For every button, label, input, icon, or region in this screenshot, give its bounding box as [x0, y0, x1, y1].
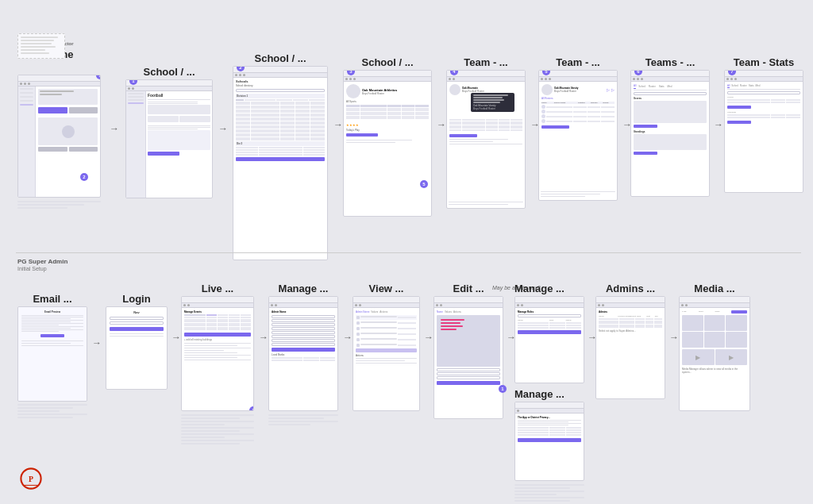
live-big-label: Live ... — [202, 283, 233, 294]
arrow-b2: → — [171, 332, 181, 343]
email-big-label: Email ... — [33, 293, 71, 305]
arrow-b5: → — [424, 332, 433, 343]
badge-2: 2 — [80, 173, 88, 181]
team1-wireframe: Oak Mountain Boys Football Roster Oak Mo… — [446, 70, 526, 209]
live-section: Live ... Manage Events — [181, 282, 254, 446]
media-section: Media ... Type Sport Team — [679, 282, 750, 411]
arrow-7: → — [714, 119, 723, 130]
manage-section: Manage ... Admin Name — [268, 282, 338, 427]
home-wireframe: 1 2 — [17, 75, 101, 198]
admins-big-label: Admins ... — [606, 283, 655, 294]
team2-wireframe: Oak Mountain Varsity Boys Football Roste… — [538, 70, 618, 201]
teams-big-label: Teams - ... — [645, 56, 695, 68]
edit-wireframe: Name Values Actions — [433, 296, 503, 419]
manage-wireframe: Admin Name Local Banks — [268, 296, 338, 411]
edit-big-label: Edit ... — [453, 283, 484, 294]
email-annotation — [17, 404, 87, 420]
teamstats-wireframe: All Sched Roster Stats Med Scores Sta — [724, 70, 803, 193]
school3-wireframe: Oak Mountain Athletics Boys Football Ros… — [343, 70, 432, 217]
home-bottom-note — [17, 201, 101, 210]
manage2-group: Manage ... Manage Roles Name Role Status — [514, 282, 584, 503]
teamstats-big-label: Team - Stats — [734, 56, 794, 68]
manage3-big-label: Manage ... — [514, 388, 584, 400]
home-note — [17, 33, 65, 59]
logo: P — [20, 467, 42, 490]
team2-section: Team - ... Oak Mountain Varsity Boys Foo… — [538, 56, 618, 201]
admin-label: PG Super Admin Initial Setup — [17, 258, 67, 272]
email-section: Email ... Email Preview — [17, 292, 87, 420]
team1-big-label: Team - ... — [464, 56, 507, 68]
admins-section: Admins ... Admins Name School/Management… — [595, 282, 665, 399]
manage3-wireframe: The App or District Privacy... — [514, 402, 584, 481]
media-big-label: Media ... — [694, 283, 734, 294]
admins-wireframe: Admins Name School/Management Role Edit … — [595, 296, 665, 399]
edit-section: Edit ... Name Values Actions — [433, 282, 503, 419]
login-big-label: Login — [122, 293, 150, 305]
manage2-big-label: Manage ... — [514, 283, 584, 294]
team1-section: Team - ... Oak Mountain Boys Football Ro… — [446, 56, 526, 209]
school2-section: School / ... Schools School directory Di… — [233, 52, 328, 260]
section-divider — [16, 252, 801, 253]
arrow-b8: → — [669, 332, 679, 343]
canvas: Bus/Director Home — [0, 0, 813, 504]
view-big-label: View ... — [369, 283, 404, 294]
login-section: Login Nav — [106, 292, 168, 390]
arrow-2: → — [218, 123, 228, 134]
school2-big-label: School / ... — [254, 52, 306, 64]
badge-5-inner: 5 — [420, 180, 428, 188]
email-wireframe: Email Preview — [17, 306, 87, 402]
manage2-annotation — [514, 484, 584, 502]
team2-big-label: Team - ... — [556, 56, 599, 68]
manage2-wireframe: Manage Roles Name Role Status — [514, 296, 584, 383]
badge-live: 1 — [249, 406, 254, 411]
login-wireframe: Nav — [106, 306, 168, 390]
badge-edit: 1 — [499, 385, 507, 393]
school3-big-label: School / ... — [361, 56, 413, 68]
arrow-1: → — [110, 123, 119, 134]
manage-annotation — [268, 414, 338, 427]
live-annotation — [181, 414, 254, 446]
svg-text:P: P — [29, 475, 33, 483]
teams-section: Teams - ... All Sched Roster Stats Med S… — [630, 56, 710, 197]
school1-big-label: School / ... — [143, 66, 195, 78]
school1-wireframe: Football 1 — [125, 79, 213, 198]
teamstats-section: Team - Stats All Sched Roster Stats Med … — [724, 56, 803, 193]
view-wireframe: Admin Name Values Actions Actions — [353, 296, 420, 411]
home-section: Bus/Director Home — [17, 41, 101, 210]
media-wireframe: Type Sport Team ▶ — [679, 296, 750, 411]
arrow-b1: → — [92, 337, 102, 348]
live-wireframe: Manage Events + — [181, 296, 254, 411]
manage-big-label: Manage ... — [279, 283, 329, 294]
school1-section: School / ... Football — [125, 63, 213, 198]
view-section: View ... Admin Name Values Actions — [353, 282, 420, 411]
arrow-3: → — [333, 119, 343, 130]
arrow-4: → — [437, 119, 446, 130]
arrow-b4: → — [343, 332, 353, 343]
school2-wireframe: Schools School directory Division 1 — [233, 66, 328, 260]
teams-wireframe: All Sched Roster Stats Med Scores Standi… — [630, 70, 710, 197]
arrow-b3: → — [259, 332, 268, 343]
school3-section: School / ... Oak Mountain Athletics Boys… — [343, 56, 432, 217]
